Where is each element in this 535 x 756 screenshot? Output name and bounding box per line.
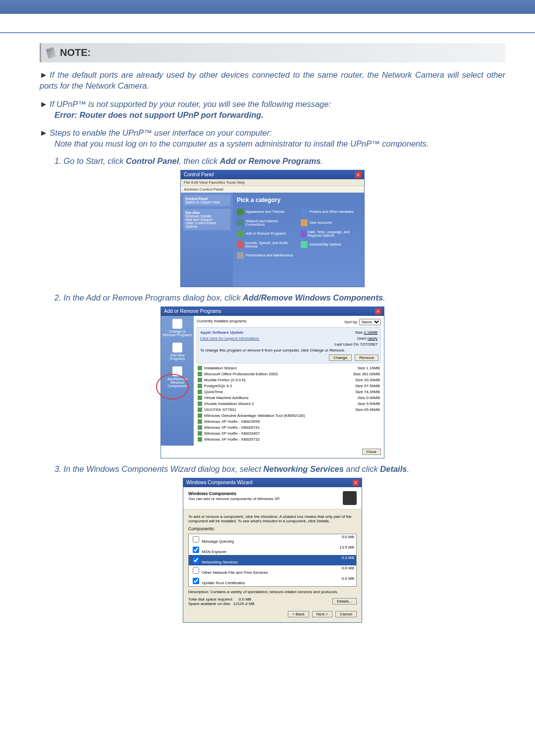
step-bold: Add/Remove Windows Components bbox=[243, 293, 383, 302]
cp-cat[interactable]: Date, Time, Language, and Regional Optio… bbox=[301, 230, 361, 237]
component-row[interactable]: Update Root Certificates0.0 MB bbox=[189, 576, 356, 586]
component-checkbox[interactable] bbox=[193, 567, 199, 574]
cp-cat[interactable]: Appearance and Themes bbox=[237, 208, 297, 215]
close-icon[interactable]: × bbox=[355, 172, 361, 178]
component-name: MSN Explorer bbox=[191, 545, 226, 554]
program-row[interactable]: Windows XP Hotfix - KB835732 bbox=[197, 437, 381, 443]
step-text: . bbox=[407, 464, 409, 473]
sel-size: 2.18MB bbox=[364, 330, 377, 335]
sb-label: Add New Programs bbox=[170, 353, 185, 360]
wiz-heading: Windows Components bbox=[188, 491, 236, 496]
cat-label: Network and Internet Connections bbox=[246, 219, 297, 226]
menu-bar[interactable]: File Edit View Favorites Tools Help bbox=[181, 179, 364, 186]
component-row[interactable]: MSN Explorer13.5 MB bbox=[189, 545, 356, 555]
program-row[interactable]: Windows XP Hotfix - KB828741 bbox=[197, 425, 381, 431]
window-titlebar: Windows Components Wizard × bbox=[183, 478, 362, 487]
component-row[interactable]: Message Queuing0.0 MB bbox=[189, 534, 356, 545]
programs-icon bbox=[237, 230, 244, 237]
component-row[interactable]: Other Network File and Print Services0.0… bbox=[189, 565, 356, 576]
program-row[interactable]: Vivotek Installation Wizard 2Size 5.50MB bbox=[197, 401, 381, 407]
cat-label: User Accounts bbox=[310, 221, 332, 224]
details-button[interactable]: Details... bbox=[332, 598, 357, 605]
close-icon[interactable]: × bbox=[375, 308, 381, 314]
note-text: Steps to enable the UPnP™ user interface… bbox=[50, 128, 272, 137]
selected-program[interactable]: Apple Software UpdateSize 2.18MB Click h… bbox=[197, 327, 381, 363]
network-icon bbox=[237, 219, 244, 226]
cancel-button[interactable]: Cancel bbox=[335, 611, 357, 617]
program-row[interactable]: Windows XP Hotfix - KB823559 bbox=[197, 419, 381, 425]
program-row[interactable]: Mozilla Firefox (2.0.0.6)Size 20.34MB bbox=[197, 377, 381, 383]
components-list[interactable]: Message Queuing0.0 MB MSN Explorer13.5 M… bbox=[188, 534, 357, 587]
component-checkbox[interactable] bbox=[193, 578, 199, 584]
note-header: NOTE: bbox=[40, 43, 505, 62]
cp-cat[interactable]: Accessibility Options bbox=[301, 241, 361, 248]
close-icon[interactable]: × bbox=[353, 480, 359, 486]
support-link[interactable]: Click here for support information. bbox=[200, 336, 260, 341]
cp-see-also[interactable]: See AlsoWindows UpdateHelp and SupportOt… bbox=[183, 209, 230, 230]
component-size: 0.0 MB bbox=[342, 535, 354, 544]
program-list: Installation WizardSize 1.18MBMicrosoft … bbox=[197, 365, 381, 443]
program-row[interactable]: Virtual Machine AdditionsSize 0.90MB bbox=[197, 395, 381, 401]
disk-req: 0.0 MB bbox=[239, 597, 251, 602]
program-icon bbox=[198, 407, 202, 412]
component-size: 13.5 MB bbox=[339, 545, 354, 554]
component-checkbox[interactable] bbox=[193, 557, 199, 563]
program-name: Windows Genuine Advantage Validation Too… bbox=[204, 413, 305, 418]
program-row[interactable]: Windows Genuine Advantage Validation Too… bbox=[197, 413, 381, 419]
cp-cat[interactable]: User Accounts bbox=[301, 219, 361, 226]
step-text: . bbox=[383, 293, 385, 302]
remove-button[interactable]: Remove bbox=[355, 354, 378, 361]
program-row[interactable]: Microsoft Office Professional Edition 20… bbox=[197, 371, 381, 377]
program-row[interactable]: PostgreSQL 8.2Size 57.50MB bbox=[197, 383, 381, 389]
cp-cat[interactable]: Performance and Maintenance bbox=[237, 252, 297, 259]
cat-label: Printers and Other Hardware bbox=[310, 210, 354, 213]
next-button[interactable]: Next > bbox=[312, 611, 332, 617]
theme-icon bbox=[237, 208, 244, 215]
change-button[interactable]: Change bbox=[329, 354, 352, 361]
close-button[interactable]: Close bbox=[362, 449, 381, 455]
program-name: VIVOTEK ST7501 bbox=[204, 407, 236, 412]
program-size: Size 5.50MB bbox=[358, 402, 380, 406]
component-name: Networking Services bbox=[191, 555, 238, 565]
program-row[interactable]: Installation WizardSize 1.18MB bbox=[197, 365, 381, 371]
window-titlebar: Add or Remove Programs × bbox=[161, 307, 384, 316]
region-icon bbox=[301, 230, 306, 237]
last-label: Last Used On bbox=[334, 342, 359, 347]
program-icon bbox=[198, 419, 202, 424]
note-title: NOTE: bbox=[60, 47, 91, 58]
sortby-label: Sort by: bbox=[344, 320, 358, 324]
cp-cat[interactable]: Network and Internet Connections bbox=[237, 219, 297, 226]
cp-sidebar-box[interactable]: Control PanelSwitch to Classic View bbox=[183, 195, 230, 206]
component-checkbox[interactable] bbox=[193, 536, 199, 543]
cp-cat[interactable]: Add or Remove Programs bbox=[237, 230, 297, 237]
program-row[interactable]: VIVOTEK ST7501Size 65.96MB bbox=[197, 407, 381, 413]
back-button[interactable]: < Back bbox=[288, 611, 309, 617]
program-icon bbox=[198, 431, 202, 436]
cp-heading: Pick a category bbox=[237, 197, 360, 203]
change-text: To change this program or remove it from… bbox=[200, 348, 377, 353]
sidebar-add-new[interactable]: Add New Programs bbox=[162, 343, 192, 360]
sound-icon bbox=[237, 241, 243, 248]
program-row[interactable]: Windows XP Hotfix - KB833407 bbox=[197, 431, 381, 437]
window-titlebar: Control Panel × bbox=[181, 170, 364, 179]
step-2: 2. In the Add or Remove Programs dialog … bbox=[54, 293, 505, 302]
add-new-icon bbox=[172, 343, 182, 353]
arp-main: Currently installed programs: Sort by: N… bbox=[194, 316, 384, 446]
note-item-2: ►If UPnP™ is not supported by your route… bbox=[40, 99, 505, 121]
sort-select[interactable]: Name bbox=[359, 319, 381, 325]
cat-label: Performance and Maintenance bbox=[246, 253, 293, 257]
cp-cat[interactable]: Sounds, Speech, and Audio Devices bbox=[237, 241, 297, 248]
component-checkbox[interactable] bbox=[193, 547, 199, 553]
components-label: Components: bbox=[188, 526, 357, 531]
window-title: Control Panel bbox=[184, 172, 214, 178]
program-name: Windows XP Hotfix - KB835732 bbox=[204, 437, 260, 442]
address-bar[interactable]: Address Control Panel bbox=[181, 186, 364, 193]
program-row[interactable]: QuickTimeSize 74.39MB bbox=[197, 389, 381, 395]
sel-name: Apple Software Update bbox=[200, 330, 244, 335]
sidebar-change-remove[interactable]: Change or Remove Programs bbox=[162, 319, 192, 337]
step-bold: Details bbox=[380, 464, 407, 473]
cp-cat[interactable]: Printers and Other Hardware bbox=[301, 208, 361, 215]
header-bar bbox=[0, 0, 535, 14]
component-row[interactable]: Networking Services0.3 MB bbox=[189, 555, 356, 565]
program-name: PostgreSQL 8.2 bbox=[204, 384, 232, 388]
